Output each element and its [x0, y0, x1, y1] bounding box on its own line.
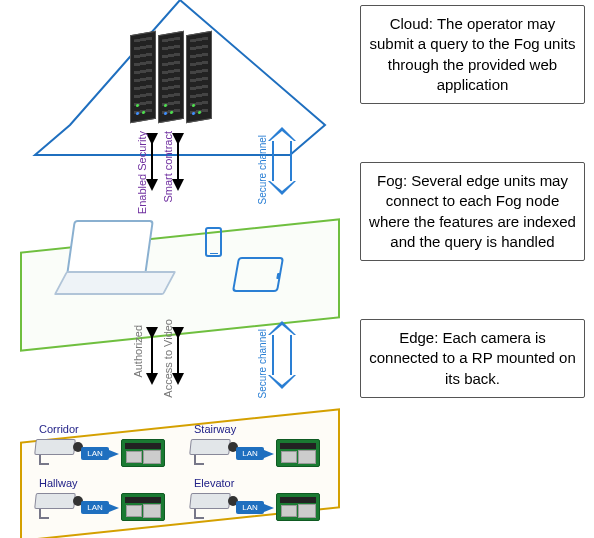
authorized-label: Authorized: [132, 325, 144, 378]
camera-label: Elevator: [194, 477, 234, 489]
secure-channel-arrow-icon: [268, 129, 296, 193]
camera-icon: [35, 439, 81, 459]
lan-arrow-icon: LAN: [236, 447, 264, 460]
camera-label: Corridor: [39, 423, 79, 435]
edge-layer: Corridor LAN Stairway LAN Hallway LAN El…: [10, 375, 350, 533]
edge-unit-elevator: Elevator LAN: [190, 481, 330, 525]
secure-channel-arrow-icon-2: [268, 323, 296, 387]
camera-label: Hallway: [39, 477, 78, 489]
edge-unit-corridor: Corridor LAN: [35, 427, 175, 471]
cloud-fog-link: [140, 133, 230, 193]
fog-tier-description: Fog: Several edge units may connect to e…: [360, 162, 585, 261]
raspberry-pi-icon: [276, 493, 320, 521]
camera-icon: [35, 493, 81, 513]
raspberry-pi-icon: [121, 439, 165, 467]
lan-arrow-icon: LAN: [81, 501, 109, 514]
server-rack-icon: [130, 33, 212, 121]
edge-unit-hallway: Hallway LAN: [35, 481, 175, 525]
fog-layer: [10, 185, 350, 343]
camera-icon: [190, 439, 236, 459]
lan-arrow-icon: LAN: [81, 447, 109, 460]
laptop-icon: [70, 220, 180, 300]
tablet-icon: [232, 257, 284, 292]
edge-tier-description: Edge: Each camera is connected to a RP m…: [360, 319, 585, 398]
tier-descriptions: Cloud: The operator may submit a query t…: [360, 5, 585, 533]
camera-icon: [190, 493, 236, 513]
edge-unit-stairway: Stairway LAN: [190, 427, 330, 471]
architecture-diagram: Enabled Security Smart contract Secure c…: [10, 5, 350, 533]
raspberry-pi-icon: [121, 493, 165, 521]
cloud-tier-description: Cloud: The operator may submit a query t…: [360, 5, 585, 104]
lan-arrow-icon: LAN: [236, 501, 264, 514]
smartphone-icon: [205, 227, 222, 257]
raspberry-pi-icon: [276, 439, 320, 467]
camera-label: Stairway: [194, 423, 236, 435]
